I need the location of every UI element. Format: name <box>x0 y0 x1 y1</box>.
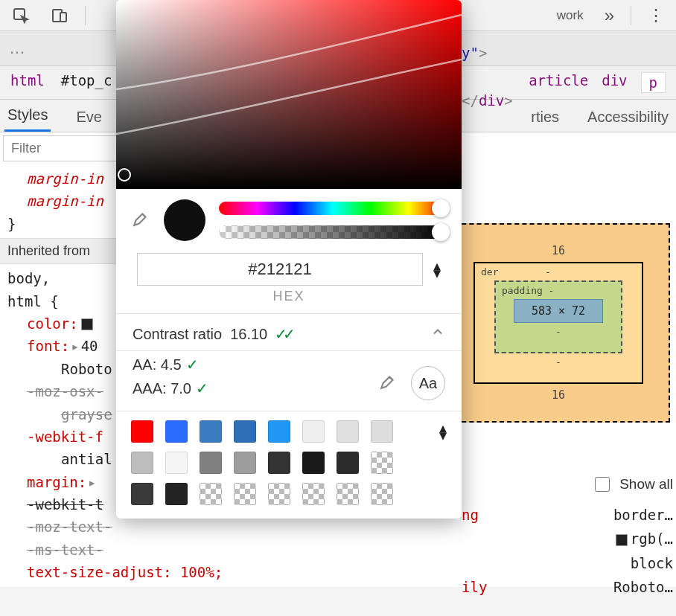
background-eyedropper-icon[interactable] <box>378 372 398 395</box>
computed-val-2: rgb(… <box>613 527 673 551</box>
color-saturation-value-area[interactable] <box>116 0 462 189</box>
computed-key-1: ng <box>462 507 479 523</box>
hue-slider-thumb[interactable] <box>432 199 450 217</box>
color-picker-popover: #212121 ▴▾ HEX Contrast ratio 16.10 ✓✓ A… <box>116 0 462 519</box>
tab-styles[interactable]: Styles <box>4 100 51 132</box>
hex-input[interactable]: #212121 <box>137 253 423 286</box>
eyedropper-icon[interactable] <box>131 209 150 232</box>
hue-slider[interactable] <box>219 202 447 215</box>
color-swatch-icon[interactable] <box>81 318 93 330</box>
css-selector-body[interactable]: body, <box>7 270 50 286</box>
toolbar-divider <box>85 6 86 25</box>
attr-partial: y" <box>462 45 479 61</box>
color-swatch[interactable] <box>200 420 222 443</box>
swatch-set-toggle-icon[interactable]: ▴▾ <box>439 424 447 439</box>
color-swatch[interactable] <box>200 452 222 474</box>
expand-shorthand-icon[interactable]: ▸ <box>71 335 79 357</box>
color-swatch[interactable] <box>302 452 325 474</box>
color-preview-swatch <box>164 199 205 241</box>
color-swatch[interactable] <box>302 420 325 443</box>
color-swatch[interactable] <box>234 483 256 505</box>
box-model-margin-top[interactable]: 16 <box>473 244 643 257</box>
color-swatch[interactable] <box>371 452 393 474</box>
color-swatch[interactable] <box>337 452 359 474</box>
color-swatch[interactable] <box>337 483 359 505</box>
alpha-slider-thumb[interactable] <box>432 223 450 241</box>
breadcrumb-html[interactable]: html <box>10 72 45 93</box>
css-prop-text-size-adjust[interactable]: text-size-adjust: 100%; <box>7 561 331 583</box>
color-format-toggle-icon[interactable]: ▴▾ <box>433 262 441 277</box>
box-model-content-size[interactable]: 583 × 72 <box>514 299 603 323</box>
computed-key-4: ily <box>462 579 487 595</box>
color-swatch[interactable] <box>371 483 393 505</box>
breadcrumb-p-active[interactable]: p <box>641 72 666 93</box>
tab-network-partial[interactable]: work <box>549 8 591 23</box>
computed-val-3: block <box>631 551 673 575</box>
contrast-expand-icon[interactable] <box>430 324 445 343</box>
color-swatch[interactable] <box>234 452 256 474</box>
expand-shorthand-icon[interactable]: ▸ <box>88 471 96 493</box>
box-model-diagram: 16 der - padding - 583 × 72 - - 16 <box>447 223 670 423</box>
css-prop-ms-text[interactable]: -ms-text- <box>7 539 331 561</box>
toolbar-divider <box>631 6 631 25</box>
elements-dom-preview: y"> </div> <box>462 45 513 109</box>
color-swatch[interactable] <box>371 420 393 443</box>
computed-val-1: border… <box>613 503 673 527</box>
swatch-row-3 <box>131 483 447 505</box>
color-swatch[interactable] <box>234 420 256 443</box>
kebab-menu-icon[interactable]: ⋮ <box>640 6 672 25</box>
color-swatch[interactable] <box>165 452 188 474</box>
box-model-border-label: der - <box>481 266 622 277</box>
tab-accessibility[interactable]: Accessibility <box>584 103 672 132</box>
computed-val-4: Roboto… <box>613 575 673 599</box>
color-swatch[interactable] <box>131 420 153 443</box>
box-model-padding-bottom[interactable]: - <box>514 326 603 337</box>
device-toolbar-icon[interactable] <box>43 2 76 29</box>
styles-filter-input[interactable] <box>3 135 122 161</box>
color-swatch[interactable] <box>165 420 188 443</box>
color-swatch[interactable] <box>200 483 222 505</box>
breadcrumb-top-id[interactable]: #top_c <box>61 72 112 93</box>
color-swatch[interactable] <box>268 483 290 505</box>
show-all-label[interactable]: Show all <box>619 476 673 493</box>
computed-panel: Show all ngborder… rgb(… block ilyRoboto… <box>462 475 673 599</box>
inspect-element-icon[interactable] <box>4 2 37 29</box>
box-model-margin-bottom[interactable]: 16 <box>473 388 643 402</box>
box-model-border-bottom[interactable]: - <box>494 356 622 368</box>
color-sv-cursor-icon[interactable] <box>118 168 131 182</box>
box-model-padding-label: padding - <box>502 285 603 296</box>
more-tabs-icon[interactable]: » <box>597 5 622 26</box>
breadcrumb-article[interactable]: article <box>529 72 588 93</box>
tab-event-listeners-partial[interactable]: Eve <box>73 103 104 132</box>
breadcrumb-div[interactable]: div <box>602 72 627 93</box>
color-swatch[interactable] <box>165 483 188 505</box>
swatch-row-1: ▴▾ <box>131 420 447 443</box>
show-all-checkbox[interactable] <box>595 477 610 492</box>
background-color-sample[interactable]: Aa <box>411 366 445 400</box>
aa-pass-icon: ✓ <box>186 356 199 373</box>
contrast-ratio-label: Contrast ratio <box>133 326 222 342</box>
color-swatches: ▴▾ <box>116 411 462 519</box>
aaa-label: AAA: 7.0 <box>133 380 191 397</box>
color-swatch[interactable] <box>131 483 153 505</box>
tab-properties-partial[interactable]: rties <box>528 103 562 132</box>
color-swatch[interactable] <box>268 452 290 474</box>
color-swatch[interactable] <box>131 452 153 474</box>
aaa-pass-icon: ✓ <box>196 380 208 397</box>
hex-format-label: HEX <box>116 289 462 314</box>
css-prop-moz-text[interactable]: -moz-text- <box>7 516 331 538</box>
svg-rect-2 <box>60 13 66 22</box>
alpha-slider[interactable] <box>219 225 447 239</box>
color-swatch[interactable] <box>268 420 290 443</box>
contrast-pass-icon: ✓✓ <box>275 326 291 342</box>
color-swatch[interactable] <box>337 420 359 443</box>
computed-color-swatch-icon[interactable] <box>616 534 628 546</box>
aa-label: AA: 4.5 <box>133 356 182 373</box>
swatch-row-2 <box>131 452 447 474</box>
contrast-ratio-value: 16.10 <box>230 326 267 342</box>
color-swatch[interactable] <box>302 483 325 505</box>
